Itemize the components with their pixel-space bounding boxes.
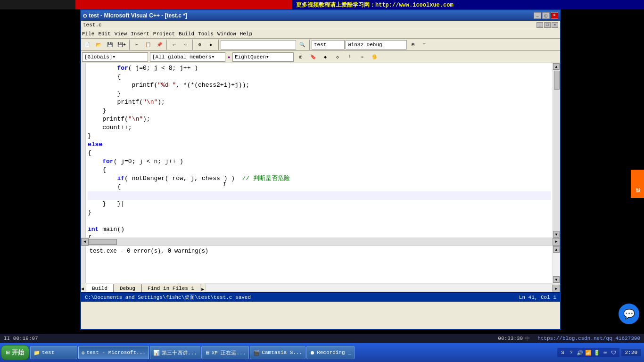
tb-globals-dropdown[interactable]: [Globals]▾ <box>82 52 148 62</box>
cursor-indicator: I <box>223 181 226 188</box>
tray-icon-3[interactable]: 🔊 <box>576 349 584 356</box>
clock-display[interactable]: 2:20 <box>621 349 641 356</box>
tb-search-btn[interactable]: 🔍 <box>297 40 307 50</box>
taskbar-item-label-3: 第三十四讲... <box>162 349 197 356</box>
taskbar-item-ppt[interactable]: 📊 第三十四讲... <box>150 346 200 359</box>
tb-nav-btn[interactable]: ⊞ <box>296 52 306 62</box>
scroll-down-btn[interactable]: ▼ <box>553 231 560 238</box>
tb-copy-btn[interactable]: 📋 <box>143 40 153 50</box>
taskbar-item-xp[interactable]: 🖥 XP 正在运... <box>201 346 249 359</box>
menu-build[interactable]: Build <box>179 31 194 37</box>
scroll-thumb[interactable] <box>554 71 560 90</box>
start-button[interactable]: ⊞ 开始 <box>1 345 29 360</box>
tb-open-btn[interactable]: 📂 <box>93 40 104 50</box>
tb-debug3-btn[interactable]: ! <box>345 52 355 62</box>
output-scroll-down[interactable]: ▼ <box>553 276 560 283</box>
output-scroll-up[interactable]: ▲ <box>553 246 560 253</box>
tb-debug1-btn[interactable]: ◆ <box>320 52 330 62</box>
inner-close-btn[interactable]: × <box>552 22 558 28</box>
taskbar-item-vs[interactable]: ⚙ test - Microsoft... <box>78 346 149 359</box>
code-line-11: { <box>88 149 551 157</box>
editor-vscrollbar[interactable]: ▲ ▼ <box>553 63 560 238</box>
tray-icon-keyboard[interactable]: ⌨ <box>602 349 609 356</box>
tb-run-btn[interactable]: ▶ <box>206 40 216 50</box>
taskbar-item-label-4: XP 正在运... <box>212 349 246 356</box>
menu-window[interactable]: Window <box>217 31 236 37</box>
tb-config-dropdown[interactable]: test <box>312 40 345 49</box>
code-line-4: } <box>88 90 551 98</box>
system-tray: S ? 🔊 📶 🔋 ⌨ 🛡 <box>557 348 619 357</box>
output-vscrollbar[interactable]: ▲ ▼ <box>553 246 560 283</box>
tb-more-btn[interactable]: ≡ <box>419 40 429 50</box>
menu-insert[interactable]: Insert <box>131 31 149 37</box>
tb-paste-btn[interactable]: 📌 <box>154 40 165 50</box>
tab-find-in-files[interactable]: Find in Files 1 <box>141 284 200 292</box>
code-line-8: count++; <box>88 123 551 132</box>
tray-icon-1[interactable]: S <box>559 349 567 356</box>
code-line-14: if( notDanger( row, j, chess ) ) // 判断是否… <box>88 174 551 183</box>
promo-banner: 更多视频教程请上爱酷学习网：http://www.icoolxue.com <box>292 0 644 9</box>
tb-func-dropdown[interactable]: EightQueen▾ <box>232 52 294 62</box>
tb-build-dropdown[interactable]: Win32 Debug <box>346 40 407 49</box>
taskbar-item-label-1: test <box>42 350 54 355</box>
vs-restore-btn[interactable]: ◫ <box>542 12 550 19</box>
tb-debug2-btn[interactable]: ◇ <box>332 52 343 62</box>
taskbar-item-test[interactable]: 📁 test <box>30 346 77 359</box>
h-scroll-right-btn[interactable]: ► <box>553 238 560 246</box>
tb-search-dropdown[interactable] <box>221 40 296 49</box>
code-line-19 <box>88 217 551 225</box>
output-line: test.exe - 0 error(s), 0 warning(s) <box>90 248 549 255</box>
tb-debug4-btn[interactable]: ⇒ <box>357 52 367 62</box>
menu-edit[interactable]: Edit <box>98 31 110 37</box>
vs-minimize-btn[interactable]: _ <box>534 12 541 19</box>
tray-icon-2[interactable]: ? <box>568 349 575 356</box>
tb-undo-btn[interactable]: ↩ <box>169 40 179 50</box>
h-scroll-left-btn[interactable]: ◄ <box>81 238 89 246</box>
tray-icon-security[interactable]: 🛡 <box>610 349 618 356</box>
tb-save-btn[interactable]: 💾 <box>105 40 115 50</box>
tb-new-btn[interactable]: 📄 <box>82 40 92 50</box>
top-banner: 更多视频教程请上爱酷学习网：http://www.icoolxue.com <box>0 0 644 9</box>
tab-build[interactable]: Build <box>86 284 114 292</box>
output-hscroll-right[interactable]: ► <box>553 285 560 292</box>
inner-minimize-btn[interactable]: _ <box>537 22 543 28</box>
menu-tools[interactable]: Tools <box>198 31 214 37</box>
menu-view[interactable]: View <box>115 31 127 37</box>
tb-config-text: test <box>314 42 326 48</box>
tb-bkmark-btn[interactable]: 🔖 <box>308 52 318 62</box>
tb-sep4 <box>218 40 219 50</box>
tb-icons-btn[interactable]: ⊞ <box>408 40 418 50</box>
taskbar-right: S ? 🔊 📶 🔋 ⌨ 🛡 2:20 <box>555 348 643 357</box>
vs-toolbar: 📄 📂 💾 💾+ ✂ 📋 📌 ↩ ↪ ⚙ ▶ 🔍 test Win32 Debu… <box>81 39 560 51</box>
vs-toolbar2: [Globals]▾ [All global members▾ ⬥ EightQ… <box>81 51 560 63</box>
tray-icon-network[interactable]: 📶 <box>585 349 592 356</box>
menu-help[interactable]: Help <box>240 31 252 37</box>
inner-restore-btn[interactable]: □ <box>544 22 551 28</box>
menu-project[interactable]: Project <box>153 31 175 37</box>
tb-redo-btn[interactable]: ↪ <box>180 40 190 50</box>
tb-members-text: [All global members <box>152 54 211 60</box>
right-sidebar-btn[interactable]: 默认 <box>631 170 644 198</box>
output-text-area: test.exe - 0 error(s), 0 warning(s) <box>86 246 553 283</box>
tb-members-dropdown[interactable]: [All global members▾ <box>150 52 225 62</box>
tb-save-all-btn[interactable]: 💾+ <box>116 40 127 50</box>
scroll-track <box>553 70 560 231</box>
taskbar-item-camtasia[interactable]: 🎬 Camtasia S... <box>250 346 305 359</box>
menu-file[interactable]: File <box>82 31 94 37</box>
code-line-5: printf("\n"); <box>88 98 551 107</box>
tab-debug[interactable]: Debug <box>114 284 141 292</box>
tb-debug5-btn[interactable]: 🖐 <box>369 52 380 62</box>
code-editor[interactable]: for( j=0; j < 8; j++ ) { printf("%d ", *… <box>86 63 553 238</box>
scroll-up-btn[interactable]: ▲ <box>553 63 560 70</box>
tray-icon-battery[interactable]: 🔋 <box>593 349 601 356</box>
vs-close-btn[interactable]: × <box>551 12 558 19</box>
tb-func-icon: ⬥ <box>227 54 231 60</box>
h-scroll-track <box>89 238 553 246</box>
tb-cut-btn[interactable]: ✂ <box>132 40 142 50</box>
taskbar-ppt-icon: 📊 <box>153 350 160 356</box>
chat-bubble[interactable]: 💬 <box>619 304 639 324</box>
output-tabs-bar: ◄ Build Debug Find in Files 1 ► ► <box>81 283 560 292</box>
tb-compile-btn[interactable]: ⚙ <box>195 40 205 50</box>
taskbar-item-recording[interactable]: ⏺ Recording _ <box>306 346 355 359</box>
h-scroll-thumb[interactable] <box>89 239 117 245</box>
